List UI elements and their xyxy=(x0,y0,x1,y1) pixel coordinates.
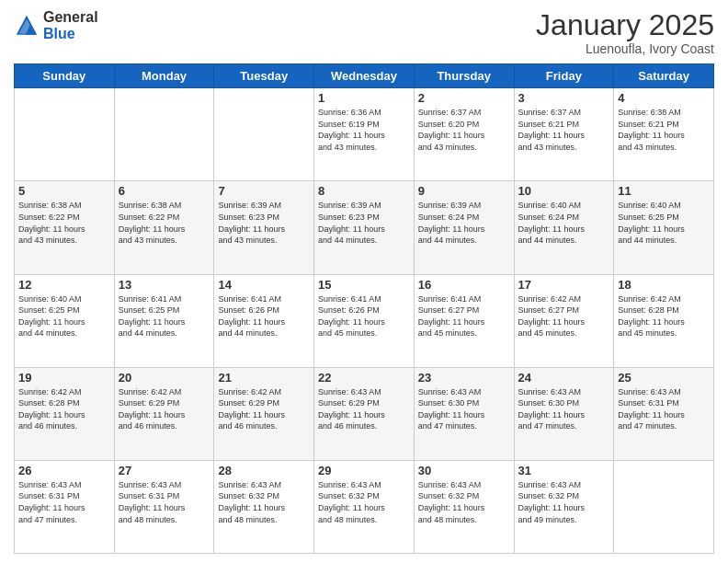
day-number: 20 xyxy=(119,371,210,385)
day-info: Sunrise: 6:42 AM Sunset: 6:27 PM Dayligh… xyxy=(518,293,610,339)
calendar-cell: 17Sunrise: 6:42 AM Sunset: 6:27 PM Dayli… xyxy=(514,274,614,367)
calendar-cell: 27Sunrise: 6:43 AM Sunset: 6:31 PM Dayli… xyxy=(114,460,214,553)
calendar-cell: 20Sunrise: 6:42 AM Sunset: 6:29 PM Dayli… xyxy=(114,367,214,460)
day-info: Sunrise: 6:38 AM Sunset: 6:22 PM Dayligh… xyxy=(119,200,210,246)
calendar-cell: 21Sunrise: 6:42 AM Sunset: 6:29 PM Dayli… xyxy=(214,367,314,460)
title-block: January 2025 Luenoufla, Ivory Coast xyxy=(536,9,714,56)
day-info: Sunrise: 6:38 AM Sunset: 6:21 PM Dayligh… xyxy=(618,107,710,153)
calendar-cell: 7Sunrise: 6:39 AM Sunset: 6:23 PM Daylig… xyxy=(214,181,314,274)
day-info: Sunrise: 6:40 AM Sunset: 6:24 PM Dayligh… xyxy=(518,200,610,246)
day-info: Sunrise: 6:43 AM Sunset: 6:31 PM Dayligh… xyxy=(618,386,710,432)
logo-general: General xyxy=(43,9,98,26)
day-info: Sunrise: 6:38 AM Sunset: 6:22 PM Dayligh… xyxy=(18,200,110,246)
day-info: Sunrise: 6:36 AM Sunset: 6:19 PM Dayligh… xyxy=(318,107,410,153)
day-number: 6 xyxy=(119,184,210,198)
day-info: Sunrise: 6:39 AM Sunset: 6:23 PM Dayligh… xyxy=(218,200,310,246)
calendar-cell: 13Sunrise: 6:41 AM Sunset: 6:25 PM Dayli… xyxy=(114,274,214,367)
week-row-4: 19Sunrise: 6:42 AM Sunset: 6:28 PM Dayli… xyxy=(15,367,714,460)
day-info: Sunrise: 6:42 AM Sunset: 6:28 PM Dayligh… xyxy=(618,293,710,339)
day-number: 3 xyxy=(518,91,610,105)
day-number: 19 xyxy=(18,371,110,385)
day-info: Sunrise: 6:43 AM Sunset: 6:32 PM Dayligh… xyxy=(318,479,410,525)
day-number: 16 xyxy=(418,278,510,292)
week-row-3: 12Sunrise: 6:40 AM Sunset: 6:25 PM Dayli… xyxy=(15,274,714,367)
day-info: Sunrise: 6:43 AM Sunset: 6:29 PM Dayligh… xyxy=(318,386,410,432)
logo: General Blue xyxy=(14,9,98,42)
calendar-table: SundayMondayTuesdayWednesdayThursdayFrid… xyxy=(14,63,714,554)
day-info: Sunrise: 6:43 AM Sunset: 6:32 PM Dayligh… xyxy=(218,479,310,525)
day-number: 31 xyxy=(518,464,610,477)
day-number: 10 xyxy=(518,184,610,198)
day-info: Sunrise: 6:43 AM Sunset: 6:30 PM Dayligh… xyxy=(418,386,510,432)
calendar-cell: 1Sunrise: 6:36 AM Sunset: 6:19 PM Daylig… xyxy=(314,88,415,181)
calendar-cell xyxy=(214,88,314,181)
day-number: 28 xyxy=(218,464,310,477)
day-number: 8 xyxy=(318,184,410,198)
weekday-wednesday: Wednesday xyxy=(314,64,415,88)
logo-text: General Blue xyxy=(43,9,98,42)
day-info: Sunrise: 6:43 AM Sunset: 6:32 PM Dayligh… xyxy=(418,479,510,525)
day-info: Sunrise: 6:40 AM Sunset: 6:25 PM Dayligh… xyxy=(618,200,710,246)
day-number: 27 xyxy=(119,464,210,477)
location: Luenoufla, Ivory Coast xyxy=(536,41,714,56)
day-info: Sunrise: 6:41 AM Sunset: 6:27 PM Dayligh… xyxy=(418,293,510,339)
logo-icon xyxy=(14,13,40,39)
calendar-cell: 28Sunrise: 6:43 AM Sunset: 6:32 PM Dayli… xyxy=(214,460,314,553)
calendar-cell: 8Sunrise: 6:39 AM Sunset: 6:23 PM Daylig… xyxy=(314,181,415,274)
weekday-saturday: Saturday xyxy=(614,64,714,88)
day-info: Sunrise: 6:43 AM Sunset: 6:32 PM Dayligh… xyxy=(518,479,610,525)
day-number: 1 xyxy=(318,91,410,105)
calendar-cell: 15Sunrise: 6:41 AM Sunset: 6:26 PM Dayli… xyxy=(314,274,415,367)
calendar-cell xyxy=(15,88,115,181)
calendar-cell: 23Sunrise: 6:43 AM Sunset: 6:30 PM Dayli… xyxy=(414,367,514,460)
day-info: Sunrise: 6:41 AM Sunset: 6:25 PM Dayligh… xyxy=(119,293,210,339)
day-number: 29 xyxy=(318,464,410,477)
day-number: 15 xyxy=(318,278,410,292)
calendar-cell: 19Sunrise: 6:42 AM Sunset: 6:28 PM Dayli… xyxy=(15,367,115,460)
day-number: 25 xyxy=(618,371,710,385)
calendar-cell: 5Sunrise: 6:38 AM Sunset: 6:22 PM Daylig… xyxy=(15,181,115,274)
calendar-cell: 6Sunrise: 6:38 AM Sunset: 6:22 PM Daylig… xyxy=(114,181,214,274)
week-row-2: 5Sunrise: 6:38 AM Sunset: 6:22 PM Daylig… xyxy=(15,181,714,274)
calendar-cell: 3Sunrise: 6:37 AM Sunset: 6:21 PM Daylig… xyxy=(514,88,614,181)
calendar-cell xyxy=(614,460,714,553)
day-number: 14 xyxy=(218,278,310,292)
calendar-cell: 11Sunrise: 6:40 AM Sunset: 6:25 PM Dayli… xyxy=(614,181,714,274)
day-info: Sunrise: 6:39 AM Sunset: 6:23 PM Dayligh… xyxy=(318,200,410,246)
calendar-cell: 31Sunrise: 6:43 AM Sunset: 6:32 PM Dayli… xyxy=(514,460,614,553)
weekday-friday: Friday xyxy=(514,64,614,88)
calendar-cell: 18Sunrise: 6:42 AM Sunset: 6:28 PM Dayli… xyxy=(614,274,714,367)
weekday-header-row: SundayMondayTuesdayWednesdayThursdayFrid… xyxy=(15,64,714,88)
day-number: 11 xyxy=(618,184,710,198)
day-info: Sunrise: 6:41 AM Sunset: 6:26 PM Dayligh… xyxy=(318,293,410,339)
day-number: 23 xyxy=(418,371,510,385)
calendar-cell: 25Sunrise: 6:43 AM Sunset: 6:31 PM Dayli… xyxy=(614,367,714,460)
calendar-cell: 22Sunrise: 6:43 AM Sunset: 6:29 PM Dayli… xyxy=(314,367,415,460)
calendar-cell: 29Sunrise: 6:43 AM Sunset: 6:32 PM Dayli… xyxy=(314,460,415,553)
day-info: Sunrise: 6:37 AM Sunset: 6:20 PM Dayligh… xyxy=(418,107,510,153)
day-info: Sunrise: 6:43 AM Sunset: 6:31 PM Dayligh… xyxy=(119,479,210,525)
weekday-tuesday: Tuesday xyxy=(214,64,314,88)
day-info: Sunrise: 6:37 AM Sunset: 6:21 PM Dayligh… xyxy=(518,107,610,153)
day-info: Sunrise: 6:39 AM Sunset: 6:24 PM Dayligh… xyxy=(418,200,510,246)
day-info: Sunrise: 6:42 AM Sunset: 6:29 PM Dayligh… xyxy=(218,386,310,432)
calendar-cell: 4Sunrise: 6:38 AM Sunset: 6:21 PM Daylig… xyxy=(614,88,714,181)
calendar-cell: 30Sunrise: 6:43 AM Sunset: 6:32 PM Dayli… xyxy=(414,460,514,553)
weekday-thursday: Thursday xyxy=(414,64,514,88)
calendar-cell: 9Sunrise: 6:39 AM Sunset: 6:24 PM Daylig… xyxy=(414,181,514,274)
day-number: 12 xyxy=(18,278,110,292)
day-number: 17 xyxy=(518,278,610,292)
calendar-cell: 14Sunrise: 6:41 AM Sunset: 6:26 PM Dayli… xyxy=(214,274,314,367)
day-number: 21 xyxy=(218,371,310,385)
day-number: 5 xyxy=(18,184,110,198)
day-number: 4 xyxy=(618,91,710,105)
day-info: Sunrise: 6:42 AM Sunset: 6:29 PM Dayligh… xyxy=(119,386,210,432)
day-info: Sunrise: 6:43 AM Sunset: 6:31 PM Dayligh… xyxy=(18,479,110,525)
day-number: 30 xyxy=(418,464,510,477)
day-number: 18 xyxy=(618,278,710,292)
calendar-cell xyxy=(114,88,214,181)
calendar-cell: 12Sunrise: 6:40 AM Sunset: 6:25 PM Dayli… xyxy=(15,274,115,367)
month-year: January 2025 xyxy=(536,9,714,41)
day-info: Sunrise: 6:40 AM Sunset: 6:25 PM Dayligh… xyxy=(18,293,110,339)
day-info: Sunrise: 6:41 AM Sunset: 6:26 PM Dayligh… xyxy=(218,293,310,339)
